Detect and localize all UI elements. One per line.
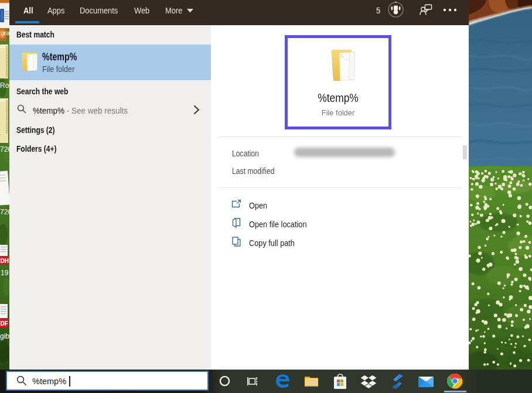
svg-text:72C: 72C — [0, 208, 9, 216]
svg-text:DH: DH — [1, 258, 9, 264]
svg-text:72C: 72C — [0, 145, 9, 153]
svg-text:gib: gib — [0, 332, 9, 340]
svg-text:DF: DF — [1, 320, 8, 327]
svg-text:19: 19 — [1, 269, 9, 277]
svg-text:Ro: Ro — [0, 81, 9, 90]
svg-text:gra: gra — [1, 29, 9, 36]
